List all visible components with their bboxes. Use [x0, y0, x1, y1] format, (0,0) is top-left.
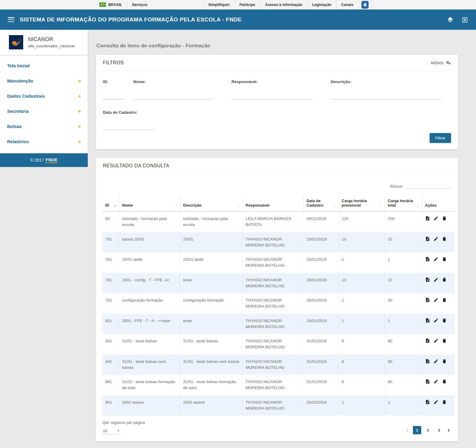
delete-trash-icon[interactable]: [442, 216, 447, 221]
view-document-icon[interactable]: [425, 297, 430, 302]
edit-pencil-icon[interactable]: [433, 297, 439, 302]
edit-pencil-icon[interactable]: [433, 379, 439, 384]
cell-nome: 31/01 - teste bolsas: [119, 334, 180, 355]
column-header-carga-presencial[interactable]: Carga horária presencial↓↑: [339, 196, 385, 211]
cell-carga-total: 1: [385, 395, 422, 416]
filter-responsavel-input[interactable]: [231, 93, 312, 99]
per-page-label: Qtd. registros por página: [102, 420, 145, 425]
column-header-nome[interactable]: Nome↓↑: [119, 196, 180, 211]
edit-pencil-icon[interactable]: [433, 277, 439, 282]
expand-plus-icon[interactable]: +: [78, 109, 81, 113]
column-header-responsavel[interactable]: Responsável↓↑: [242, 196, 303, 211]
filters-title: FILTROS: [103, 60, 124, 65]
sidebar-menu-item[interactable]: Secretaria +: [0, 104, 88, 119]
filter-id-input[interactable]: [103, 93, 124, 99]
results-table: ID↓↑ Nome↓↑ Descrição↓↑ Responsável↓↑ Da…: [102, 196, 455, 416]
fnde-link[interactable]: FNDE: [46, 157, 57, 163]
gov-link[interactable]: Legislação: [307, 0, 336, 9]
filter-descricao-input[interactable]: [331, 93, 441, 99]
view-document-icon[interactable]: [425, 216, 430, 221]
filter-data-cadastro-input[interactable]: [103, 124, 154, 130]
cell-descricao: configuração formação: [180, 293, 242, 314]
expand-plus-icon[interactable]: +: [78, 124, 81, 129]
cell-id: 781: [102, 273, 119, 294]
delete-trash-icon[interactable]: [442, 318, 447, 323]
pagination-page-1[interactable]: 1: [413, 426, 421, 434]
results-card: RESULTADO DA CONSULTA Buscar: ID↓↑ No: [96, 158, 458, 441]
cell-data-cadastro: 31/01/2019: [303, 334, 339, 355]
servicos-link[interactable]: Serviços: [127, 0, 152, 9]
edit-pencil-icon[interactable]: [433, 338, 439, 343]
pagination-page-2[interactable]: 2: [424, 426, 432, 434]
vlibras-accessibility-icon[interactable]: [361, 1, 369, 9]
view-document-icon[interactable]: [425, 359, 430, 364]
logout-icon[interactable]: [461, 16, 468, 23]
cell-descricao: 31/01 - teste bolsas: [180, 334, 242, 355]
view-document-icon[interactable]: [425, 338, 430, 343]
sidebar-menu-item[interactable]: Tela Inicial: [0, 58, 88, 73]
delete-trash-icon[interactable]: [442, 236, 447, 241]
table-row: 50 tutoriado - formacao pela escola tuto…: [102, 211, 455, 232]
column-header-data-cadastro[interactable]: Data de Cadastro↓↑: [303, 196, 339, 211]
delete-trash-icon[interactable]: [442, 257, 447, 262]
buscar-input[interactable]: [406, 182, 452, 188]
view-document-icon[interactable]: [425, 379, 430, 384]
avatar: [9, 35, 23, 49]
table-row: 901 2002 ewave 2002 ewave THYAGO NICANOR…: [102, 395, 455, 416]
gov-link[interactable]: Participe: [234, 0, 260, 9]
menu-hamburger-icon[interactable]: [8, 17, 14, 22]
edit-pencil-icon[interactable]: [433, 399, 439, 405]
delete-trash-icon[interactable]: [442, 338, 447, 343]
cell-carga-total: 200: [385, 211, 422, 232]
user-role: sife_coordenador_nacional: [28, 44, 74, 48]
expand-plus-icon[interactable]: +: [78, 79, 81, 83]
filter-id-label: ID:: [103, 79, 124, 84]
delete-trash-icon[interactable]: [442, 399, 447, 405]
view-document-icon[interactable]: [425, 318, 430, 323]
cell-responsavel: THYAGO NICANOR MOREIRA BOTELHO: [242, 252, 303, 273]
expand-plus-icon[interactable]: +: [78, 140, 81, 144]
view-document-icon[interactable]: [425, 399, 430, 405]
column-header-descricao[interactable]: Descrição↓↑: [180, 196, 242, 211]
sidebar-menu-item[interactable]: Dados Cadastrais +: [0, 88, 88, 104]
edit-pencil-icon[interactable]: [433, 236, 439, 241]
view-document-icon[interactable]: [425, 236, 430, 241]
page-title: Consulta de itens de configuração - Form…: [96, 43, 458, 49]
per-page-select[interactable]: 10 ▼: [102, 428, 120, 434]
delete-trash-icon[interactable]: [442, 379, 447, 384]
cell-responsavel: THYAGO NICANOR MOREIRA BOTELHO: [242, 273, 303, 294]
edit-pencil-icon[interactable]: [433, 318, 439, 323]
delete-trash-icon[interactable]: [442, 297, 447, 302]
column-header-id[interactable]: ID↓↑: [102, 196, 119, 211]
delete-trash-icon[interactable]: [442, 277, 447, 282]
sidebar-menu-item[interactable]: Relatórios +: [0, 134, 88, 149]
table-row: 781 2801 - config - T - FPE -Ar teste TH…: [102, 273, 455, 294]
brasil-gov-link[interactable]: BRASIL: [95, 0, 127, 9]
gov-link[interactable]: Simplifique!: [203, 0, 234, 9]
cell-data-cadastro: 09/11/2018: [303, 211, 339, 232]
sidebar-menu-item[interactable]: Bolsas +: [0, 119, 88, 134]
filtrar-button[interactable]: Filtrar: [430, 133, 451, 143]
pagination-page-3[interactable]: 3: [435, 426, 443, 434]
view-document-icon[interactable]: [425, 257, 430, 262]
delete-trash-icon[interactable]: [442, 359, 447, 364]
sidebar-menu-item[interactable]: Manutenção +: [0, 73, 88, 88]
gov-link[interactable]: Acesso à informação: [260, 0, 307, 9]
pagination-prev-icon[interactable]: ‹: [404, 427, 410, 433]
gov-link[interactable]: Canais: [336, 0, 358, 9]
layers-icon[interactable]: [447, 16, 454, 23]
table-row: 761 25/01 tarde 25/01 tarde THYAGO NICAN…: [102, 252, 455, 273]
filter-nome-input[interactable]: [133, 93, 213, 99]
pagination-next-icon[interactable]: ›: [446, 427, 452, 433]
view-document-icon[interactable]: [425, 277, 430, 282]
edit-pencil-icon[interactable]: [433, 216, 439, 221]
cell-data-cadastro: 20/02/2019: [303, 395, 339, 416]
edit-pencil-icon[interactable]: [433, 257, 439, 262]
column-header-carga-total[interactable]: Carga horária total↓↑: [385, 196, 422, 211]
cell-carga-presencial: 8: [339, 334, 385, 355]
cell-descricao: teste: [180, 314, 242, 334]
edit-pencil-icon[interactable]: [433, 359, 439, 364]
novo-button[interactable]: NOVO: [431, 60, 451, 65]
expand-plus-icon[interactable]: +: [78, 94, 81, 98]
cell-id: 50: [102, 211, 119, 232]
